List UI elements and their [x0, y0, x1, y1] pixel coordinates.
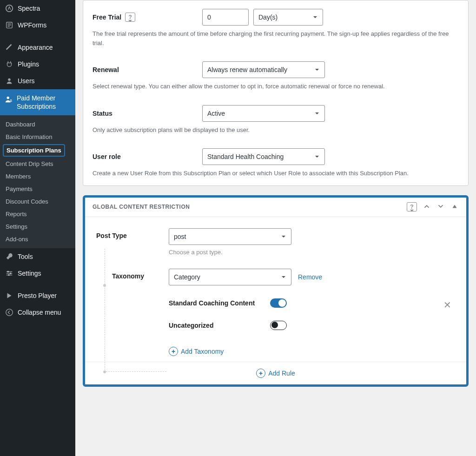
submenu-subscription-plans[interactable]: Subscription Plans: [3, 144, 65, 157]
term-label: Uncategorized: [169, 322, 270, 329]
status-row: Status Active: [93, 105, 459, 122]
taxonomy-label: Taxonomy: [112, 272, 144, 280]
sidebar-item-label: Users: [18, 77, 35, 85]
admin-sidebar: Spectra WPForms Appearance Plugins Users…: [0, 0, 75, 456]
presto-icon: [5, 291, 14, 300]
submenu-payments[interactable]: Payments: [0, 183, 75, 195]
term-label: Standard Coaching Content: [169, 299, 270, 307]
svg-point-13: [8, 274, 10, 276]
sidebar-item-label: Presto Player: [18, 292, 57, 299]
sidebar-item-settings[interactable]: Settings: [0, 265, 75, 282]
svg-text:$: $: [10, 99, 12, 103]
svg-point-14: [6, 309, 13, 316]
add-taxonomy-label: Add Taxonomy: [181, 348, 224, 355]
post-type-helper: Choose a post type.: [169, 249, 455, 256]
free-trial-input[interactable]: [202, 9, 249, 26]
submenu-reports[interactable]: Reports: [0, 208, 75, 220]
sidebar-item-spectra[interactable]: Spectra: [0, 0, 75, 17]
global-content-restriction-panel: GLOBAL CONTENT RESTRICTION ? Post Type: [83, 195, 469, 387]
plus-circle-icon: +: [256, 369, 265, 378]
remove-taxonomy-link[interactable]: Remove: [298, 273, 322, 281]
help-icon[interactable]: ?: [125, 13, 135, 22]
sidebar-submenu: Dashboard Basic Information Subscription…: [0, 115, 75, 248]
submenu-addons[interactable]: Add-ons: [0, 233, 75, 245]
free-trial-unit-select[interactable]: Day(s): [253, 9, 323, 26]
post-type-row: Post Type post Choose a post type.: [96, 228, 455, 256]
submenu-content-drip[interactable]: Content Drip Sets: [0, 158, 75, 170]
sidebar-item-users[interactable]: Users: [0, 73, 75, 89]
sidebar-item-tools[interactable]: Tools: [0, 248, 75, 265]
user-role-helper: Create a new User Role from this Subscri…: [93, 169, 459, 178]
post-type-select[interactable]: post: [169, 228, 291, 245]
term-toggle-standard[interactable]: [270, 298, 287, 308]
sidebar-item-label: WPForms: [18, 21, 46, 29]
help-icon[interactable]: ?: [407, 202, 417, 211]
status-select[interactable]: Active: [202, 105, 325, 122]
sliders-icon: [5, 269, 14, 278]
chevron-up-icon[interactable]: [423, 202, 431, 212]
svg-point-5: [8, 79, 10, 81]
main-content: Free Trial ? Day(s) The free trial repre…: [75, 0, 476, 456]
sidebar-item-label: Settings: [18, 270, 41, 277]
spectra-icon: [5, 4, 14, 13]
taxonomy-row: Taxonomy Category Remove Standard Coachi…: [96, 269, 455, 330]
user-role-row: User role Standard Health Coaching: [93, 148, 459, 165]
term-row-uncat: Uncategorized: [169, 321, 455, 330]
status-helper: Only active subscription plans will be d…: [93, 126, 459, 135]
sidebar-item-presto[interactable]: Presto Player: [0, 287, 75, 304]
gcr-title: GLOBAL CONTENT RESTRICTION: [93, 204, 190, 210]
close-rule-icon[interactable]: ✕: [443, 299, 451, 311]
svg-point-6: [7, 97, 9, 99]
tree-line: [106, 371, 166, 372]
submenu-settings[interactable]: Settings: [0, 220, 75, 233]
sidebar-item-label: Tools: [18, 253, 33, 260]
wpforms-icon: [5, 20, 14, 30]
submenu-dashboard[interactable]: Dashboard: [0, 118, 75, 131]
free-trial-row: Free Trial ? Day(s): [93, 9, 459, 26]
svg-point-12: [10, 273, 12, 275]
sidebar-item-appearance[interactable]: Appearance: [0, 39, 75, 56]
renewal-label: Renewal: [93, 66, 119, 73]
sidebar-item-label: Plugins: [18, 60, 39, 68]
sidebar-item-label: Collapse menu: [18, 309, 61, 316]
user-role-label: User role: [93, 153, 121, 160]
taxonomy-select[interactable]: Category: [169, 269, 291, 285]
sidebar-item-plugins[interactable]: Plugins: [0, 56, 75, 73]
sidebar-item-label: Paid Member Subscriptions: [17, 94, 71, 111]
gcr-body: Post Type post Choose a post type. Taxon…: [85, 217, 466, 362]
sidebar-item-label: Appearance: [18, 44, 53, 51]
post-type-label: Post Type: [96, 232, 127, 239]
wrench-icon: [5, 252, 14, 261]
add-rule-label: Add Rule: [268, 370, 295, 377]
renewal-helper: Select renewal type. You can either allo…: [93, 82, 459, 91]
submenu-members[interactable]: Members: [0, 170, 75, 183]
sidebar-item-label: Spectra: [18, 5, 40, 12]
plus-circle-icon: +: [169, 347, 178, 356]
term-row-standard: Standard Coaching Content: [169, 298, 455, 308]
free-trial-label: Free Trial: [93, 13, 121, 21]
subscription-settings-panel: Free Trial ? Day(s) The free trial repre…: [83, 0, 469, 186]
plug-icon: [5, 59, 14, 69]
tree-node-dot: [103, 370, 106, 373]
free-trial-helper: The free trial represents the amount of …: [93, 29, 459, 47]
chevron-down-icon[interactable]: [436, 202, 445, 212]
submenu-discount-codes[interactable]: Discount Codes: [0, 195, 75, 208]
user-icon: [5, 76, 14, 86]
pms-icon: $: [5, 95, 13, 104]
svg-point-11: [7, 271, 9, 273]
renewal-row: Renewal Always renew automatically: [93, 61, 459, 78]
collapse-icon: [5, 308, 14, 317]
renewal-select[interactable]: Always renew automatically: [202, 61, 325, 78]
add-rule-link[interactable]: + Add Rule: [256, 369, 295, 378]
sidebar-item-wpforms[interactable]: WPForms: [0, 17, 75, 33]
submenu-basic-info[interactable]: Basic Information: [0, 131, 75, 143]
term-toggle-uncat[interactable]: [270, 321, 287, 330]
add-taxonomy-link[interactable]: + Add Taxonomy: [169, 347, 224, 356]
sidebar-item-pms[interactable]: $ Paid Member Subscriptions: [0, 89, 75, 115]
user-role-select[interactable]: Standard Health Coaching: [202, 148, 325, 165]
triangle-up-icon[interactable]: [450, 202, 459, 212]
status-label: Status: [93, 110, 112, 117]
brush-icon: [5, 43, 14, 52]
gcr-header: GLOBAL CONTENT RESTRICTION ?: [85, 198, 466, 217]
sidebar-item-collapse[interactable]: Collapse menu: [0, 304, 75, 321]
